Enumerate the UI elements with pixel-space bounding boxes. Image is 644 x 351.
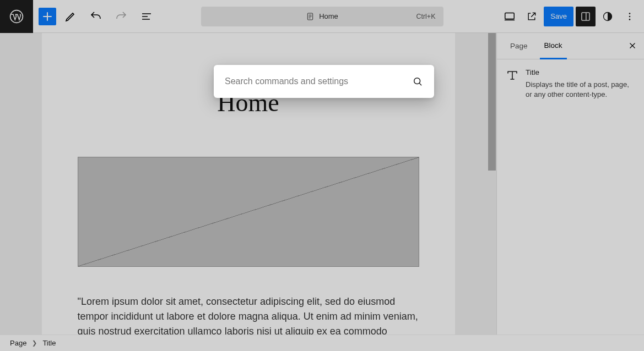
modal-overlay[interactable] (0, 0, 644, 351)
command-palette (214, 65, 434, 98)
search-icon (412, 76, 423, 87)
command-search-input[interactable] (225, 76, 412, 86)
